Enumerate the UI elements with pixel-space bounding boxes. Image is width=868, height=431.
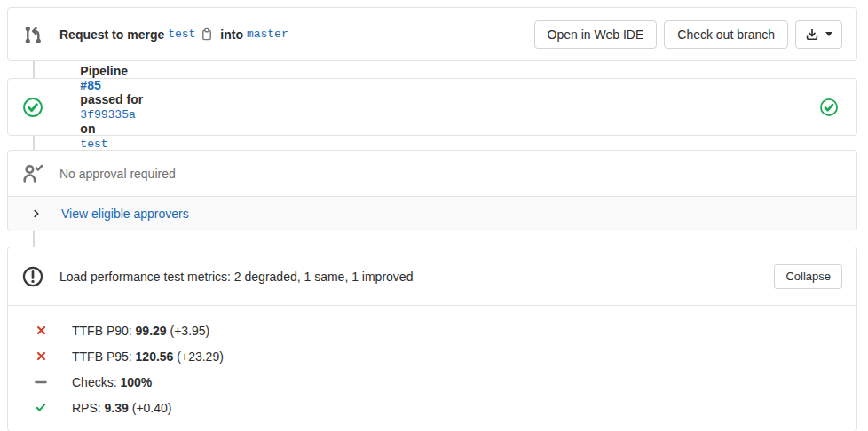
- metric-row-ttfb-p95: TTFB P95: 120.56 (+23.29): [8, 343, 856, 369]
- view-eligible-approvers-link[interactable]: View eligible approvers: [61, 207, 189, 221]
- source-branch-link[interactable]: test: [168, 27, 195, 41]
- target-branch-link[interactable]: master: [247, 27, 288, 41]
- into-text: into: [220, 27, 243, 42]
- download-dropdown-button[interactable]: [795, 20, 842, 49]
- load-performance-card: Load performance test metrics: 2 degrade…: [7, 247, 857, 431]
- metric-text: RPS: 9.39 (+0.40): [72, 401, 171, 415]
- view-eligible-approvers-row[interactable]: View eligible approvers: [8, 196, 856, 231]
- degraded-x-icon: [35, 351, 47, 361]
- pipeline-passed-icon: [22, 97, 43, 118]
- pipeline-status-text: Pipeline #85 passed for 3f99335a on test: [59, 50, 146, 165]
- pipeline-label: Pipeline: [80, 64, 128, 78]
- metric-text: Checks: 100%: [72, 375, 152, 389]
- metric-row-ttfb-p90: TTFB P90: 99.29 (+3.95): [8, 317, 856, 343]
- approval-user-check-icon: [22, 163, 43, 184]
- metric-row-rps: RPS: 9.39 (+0.40): [8, 395, 856, 420]
- pipeline-number-link[interactable]: #85: [80, 78, 100, 92]
- load-performance-header: Load performance test metrics: 2 degrade…: [8, 247, 856, 305]
- load-performance-summary: Load performance test metrics: 2 degrade…: [59, 270, 413, 284]
- pipeline-passed-text: passed for: [80, 92, 143, 106]
- metric-text: TTFB P90: 99.29 (+3.95): [72, 324, 209, 338]
- checkout-branch-button[interactable]: Check out branch: [664, 20, 788, 49]
- caret-down-icon: [825, 32, 832, 36]
- open-web-ide-button[interactable]: Open in Web IDE: [534, 20, 658, 49]
- load-performance-metrics-list: TTFB P90: 99.29 (+3.95) TTFB P95: 120.56…: [8, 305, 856, 431]
- alert-exclamation-icon: [22, 266, 43, 287]
- metric-text: TTFB P95: 120.56 (+23.29): [72, 349, 224, 364]
- merge-request-widget: Request to merge test into master Open i…: [0, 7, 868, 431]
- approval-status-row: No approval required: [8, 151, 856, 196]
- download-icon: [805, 27, 819, 42]
- pipeline-on-text: on: [80, 121, 95, 136]
- unchanged-dash-icon: [35, 380, 47, 385]
- pipeline-card: Pipeline #85 passed for 3f99335a on test: [7, 78, 857, 136]
- degraded-x-icon: [35, 325, 47, 335]
- approval-status-text: No approval required: [59, 167, 176, 181]
- copy-branch-button[interactable]: [199, 27, 215, 43]
- copy-icon: [200, 27, 214, 42]
- chevron-right-icon[interactable]: [31, 208, 42, 219]
- improved-check-icon: [35, 403, 47, 412]
- merge-request-title: Request to merge test into master: [59, 27, 288, 43]
- mini-pipeline-stage-icon[interactable]: [819, 98, 839, 117]
- commit-sha-link[interactable]: 3f99335a: [80, 108, 135, 121]
- collapse-button[interactable]: Collapse: [774, 264, 842, 289]
- merge-request-icon: [22, 24, 43, 45]
- pipeline-ref-link[interactable]: test: [80, 137, 107, 151]
- request-to-merge-text: Request to merge: [59, 27, 164, 42]
- metric-row-checks: Checks: 100%: [8, 369, 856, 395]
- approvals-card: No approval required View eligible appro…: [7, 150, 857, 231]
- mr-header-actions: Open in Web IDE Check out branch: [534, 20, 842, 49]
